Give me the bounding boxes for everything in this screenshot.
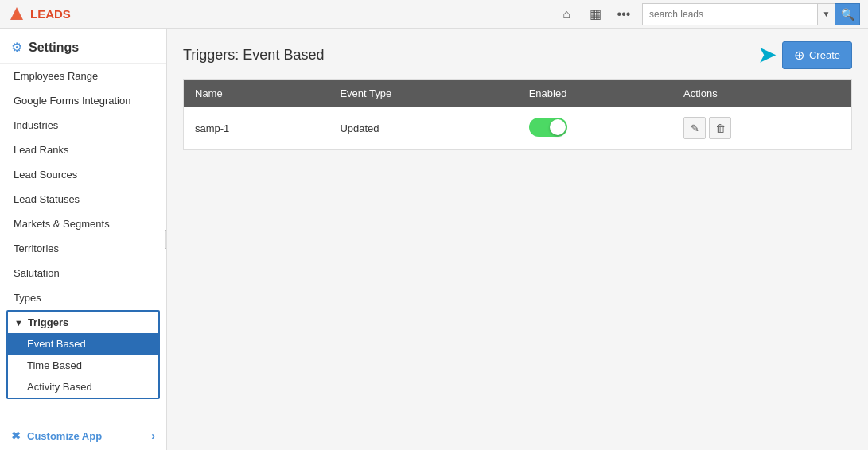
sidebar-item-google-forms[interactable]: Google Forms Integration xyxy=(0,88,166,113)
sidebar-item-label: Lead Sources xyxy=(14,169,77,180)
more-button[interactable]: ••• xyxy=(612,3,636,25)
sidebar-item-territories[interactable]: Territories xyxy=(0,236,166,261)
sidebar-title: Settings xyxy=(29,41,79,55)
more-icon: ••• xyxy=(617,7,631,21)
gear-icon: ⚙ xyxy=(11,40,22,55)
sidebar-item-label: Lead Ranks xyxy=(14,144,68,156)
sidebar-item-label: Lead Statuses xyxy=(14,193,80,205)
sidebar-item-label: Time Based xyxy=(27,359,82,371)
create-button[interactable]: ⊕ Create xyxy=(782,41,852,69)
sidebar-item-label: Employees Range xyxy=(14,70,98,82)
sidebar-item-lead-statuses[interactable]: Lead Statuses xyxy=(0,187,166,211)
chevron-down-icon: ▼ xyxy=(823,10,831,18)
cell-enabled xyxy=(518,107,672,149)
search-submit-button[interactable]: 🔍 xyxy=(835,3,860,25)
page-title: Triggers: Event Based xyxy=(183,47,324,64)
sidebar: ⚙ Settings Employees Range Google Forms … xyxy=(0,29,167,450)
toggle-track xyxy=(529,118,567,137)
chevron-right-icon: › xyxy=(151,429,155,442)
toggle-thumb xyxy=(550,119,566,135)
sidebar-item-event-based[interactable]: Event Based xyxy=(8,333,158,355)
content-area: Triggers: Event Based ➤ ⊕ Create Name Ev… xyxy=(167,29,868,450)
sidebar-item-label: Google Forms Integration xyxy=(14,95,130,107)
search-container: ▼ 🔍 xyxy=(642,3,860,25)
topbar: LEADS ⌂ ▦ ••• ▼ 🔍 xyxy=(0,0,868,29)
app-logo[interactable]: LEADS xyxy=(8,6,71,23)
app-name: LEADS xyxy=(30,7,71,21)
sidebar-item-label: Event Based xyxy=(27,338,86,350)
create-button-label: Create xyxy=(809,49,840,61)
customize-label: Customize App xyxy=(27,430,102,442)
cell-actions: ✎ 🗑 xyxy=(672,107,851,149)
topbar-icons: ⌂ ▦ ••• xyxy=(555,3,636,25)
sidebar-item-employees-range[interactable]: Employees Range xyxy=(0,64,166,88)
sidebar-item-label: Markets & Segments xyxy=(14,218,110,230)
triggers-section-box: ▼ Triggers Event Based Time Based Activi… xyxy=(6,310,160,399)
customize-app-button[interactable]: ✖ Customize App › xyxy=(0,421,166,450)
create-btn-wrapper: ➤ ⊕ Create xyxy=(758,41,852,69)
sidebar-item-industries[interactable]: Industries xyxy=(0,113,166,138)
cell-event-type: Updated xyxy=(329,107,517,149)
delete-button[interactable]: 🗑 xyxy=(709,117,731,139)
sidebar-item-lead-ranks[interactable]: Lead Ranks xyxy=(0,138,166,162)
sidebar-item-types[interactable]: Types xyxy=(0,285,166,310)
arrow-icon: ➤ xyxy=(758,43,776,68)
logo-icon xyxy=(8,6,25,23)
home-button[interactable]: ⌂ xyxy=(555,3,578,25)
edit-button[interactable]: ✎ xyxy=(683,117,706,139)
enabled-toggle[interactable] xyxy=(529,118,567,137)
triggers-table-container: Name Event Type Enabled Actions samp-1 U… xyxy=(183,79,852,150)
chart-icon: ▦ xyxy=(590,6,601,21)
sidebar-item-label: Salutation xyxy=(14,267,60,279)
sidebar-item-label: Industries xyxy=(14,119,58,131)
customize-icon: ✖ xyxy=(11,429,21,442)
plus-icon: ⊕ xyxy=(794,48,804,63)
home-icon: ⌂ xyxy=(562,7,570,21)
chevron-down-icon: ▼ xyxy=(14,318,23,328)
triggers-table: Name Event Type Enabled Actions samp-1 U… xyxy=(184,80,851,149)
sidebar-item-activity-based[interactable]: Activity Based xyxy=(8,376,158,398)
search-dropdown-button[interactable]: ▼ xyxy=(817,3,835,25)
sidebar-header: ⚙ Settings xyxy=(0,29,166,64)
cell-name: samp-1 xyxy=(184,107,329,149)
search-input[interactable] xyxy=(642,3,817,25)
action-buttons: ✎ 🗑 xyxy=(683,117,840,139)
table-row: samp-1 Updated ✎ xyxy=(184,107,851,149)
sidebar-item-label: Activity Based xyxy=(27,381,92,393)
sidebar-item-markets-segments[interactable]: Markets & Segments xyxy=(0,211,166,236)
col-event-type: Event Type xyxy=(329,80,517,107)
triggers-section-header[interactable]: ▼ Triggers xyxy=(8,312,158,333)
search-icon: 🔍 xyxy=(841,8,854,21)
triggers-section-label: Triggers xyxy=(28,316,68,328)
main-layout: ⚙ Settings Employees Range Google Forms … xyxy=(0,29,868,450)
triggers-sub-items: Event Based Time Based Activity Based xyxy=(8,333,158,398)
sidebar-scroll: Employees Range Google Forms Integration… xyxy=(0,64,166,421)
content-header: Triggers: Event Based ➤ ⊕ Create xyxy=(167,29,868,79)
sidebar-item-time-based[interactable]: Time Based xyxy=(8,355,158,376)
sidebar-item-label: Types xyxy=(14,292,41,304)
col-enabled: Enabled xyxy=(518,80,672,107)
col-name: Name xyxy=(184,80,329,107)
sidebar-collapse-button[interactable]: ‹ xyxy=(165,230,167,249)
edit-icon: ✎ xyxy=(691,122,699,134)
sidebar-item-label: Territories xyxy=(14,242,59,254)
trash-icon: 🗑 xyxy=(715,122,726,134)
chart-button[interactable]: ▦ xyxy=(583,3,607,25)
sidebar-item-salutation[interactable]: Salutation xyxy=(0,261,166,285)
table-header-row: Name Event Type Enabled Actions xyxy=(184,80,851,107)
sidebar-item-lead-sources[interactable]: Lead Sources xyxy=(0,162,166,187)
col-actions: Actions xyxy=(672,80,851,107)
